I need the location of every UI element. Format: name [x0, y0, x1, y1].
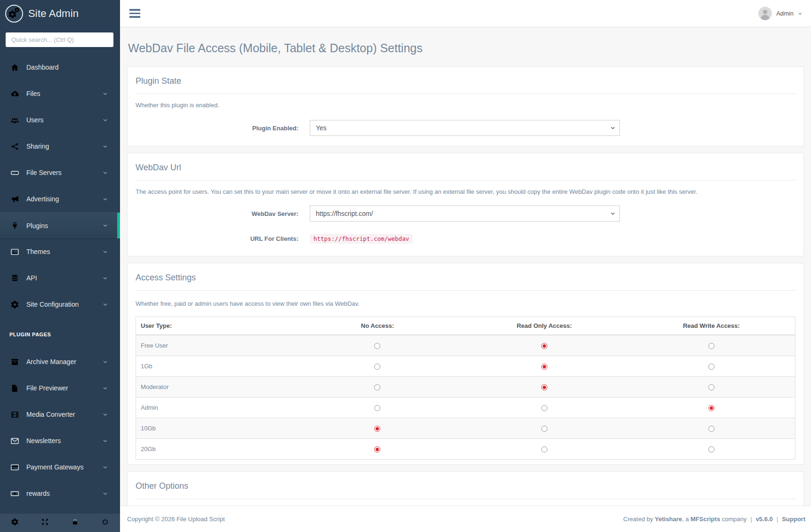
sidebar-item-label: Themes: [26, 248, 50, 255]
chevron-down-icon: [103, 438, 108, 444]
gear-icon: [11, 518, 19, 528]
radio-read-write[interactable]: [708, 364, 715, 370]
user-name-label: Admin: [776, 10, 794, 17]
sidebar-item-file-servers[interactable]: File Servers: [0, 159, 120, 186]
radio-no-access[interactable]: [374, 364, 380, 370]
mfscripts-brand: MFScripts: [691, 516, 720, 523]
plug-icon: [9, 221, 21, 230]
radio-read-write[interactable]: [708, 426, 715, 432]
radio-read-only[interactable]: [541, 384, 547, 390]
archive-icon: [9, 357, 21, 366]
access-table-body: Free User1GbModeratorAdmin10Gb20Gb: [136, 335, 795, 460]
sidebar-plugin-menu: Archive ManagerFile PreviewerMedia Conve…: [0, 349, 120, 507]
table-row: 1Gb: [136, 356, 795, 377]
top-navbar: Admin: [120, 0, 811, 27]
radio-no-access[interactable]: [374, 426, 380, 432]
gears-logo-icon: [5, 5, 23, 23]
radio-read-write[interactable]: [708, 446, 715, 453]
plugin-pages-section-label: PLUGIN PAGES: [0, 318, 120, 349]
table-row: Free User: [136, 335, 795, 356]
chevron-down-icon: [103, 91, 108, 96]
credit-card-icon: [9, 463, 21, 472]
chevron-down-icon: [103, 197, 108, 202]
menu-toggle-button[interactable]: [128, 6, 142, 21]
radio-read-only[interactable]: [541, 343, 547, 349]
brand-title: Site Admin: [28, 8, 79, 20]
radio-no-access[interactable]: [374, 343, 380, 349]
fullscreen-button[interactable]: [30, 514, 60, 532]
support-link[interactable]: Support: [782, 516, 805, 523]
sidebar-item-sharing[interactable]: Sharing: [0, 133, 120, 159]
radio-no-access[interactable]: [374, 446, 380, 453]
gear-icon: [9, 300, 21, 309]
sidebar-item-payment-gateways[interactable]: Payment Gateways: [0, 454, 120, 480]
yetishare-brand: Yetishare: [655, 516, 682, 523]
lock-button[interactable]: [60, 514, 90, 532]
radio-read-only[interactable]: [541, 405, 547, 411]
hamburger-icon: [129, 9, 140, 11]
sidebar-item-rewards[interactable]: rewards: [0, 480, 120, 507]
settings-button[interactable]: [0, 514, 30, 532]
sidebar-item-archive-manager[interactable]: Archive Manager: [0, 349, 120, 375]
sidebar-item-label: Site Configuration: [26, 301, 79, 308]
table-row: Admin: [136, 397, 795, 418]
radio-read-only[interactable]: [541, 426, 547, 432]
radio-read-write[interactable]: [708, 384, 715, 390]
sidebar-item-plugins[interactable]: Plugins: [0, 212, 120, 238]
cloud-upload-icon: [9, 89, 21, 98]
user-type-cell: Moderator: [136, 377, 294, 397]
sidebar-item-users[interactable]: Users: [0, 107, 120, 133]
chevron-down-icon: [103, 170, 108, 175]
access-table-header: User Type:: [136, 317, 294, 335]
content: WebDav File Access (Mobile, Tablet & Des…: [120, 27, 811, 532]
radio-read-write[interactable]: [708, 343, 715, 349]
other-options-title: Other Options: [136, 481, 795, 499]
access-settings-title: Access Settings: [136, 273, 795, 291]
sidebar-item-file-previewer[interactable]: File Previewer: [0, 375, 120, 401]
chevron-down-icon: [103, 118, 108, 123]
sidebar-item-label: Payment Gateways: [26, 463, 83, 471]
sidebar-item-site-configuration[interactable]: Site Configuration: [0, 291, 120, 318]
page-title: WebDav File Access (Mobile, Tablet & Des…: [128, 41, 804, 55]
sidebar-item-label: Dashboard: [26, 64, 59, 71]
sidebar-item-label: File Previewer: [26, 384, 68, 392]
user-type-cell: 10Gb: [136, 418, 294, 439]
sidebar-item-api[interactable]: API: [0, 265, 120, 291]
plugin-state-description: Whether this plugin is enabled.: [136, 102, 795, 109]
plugin-state-title: Plugin State: [136, 76, 795, 94]
copyright-text: Copyright © 2026 File Upload Script: [127, 516, 225, 523]
sidebar-item-media-converter[interactable]: Media Converter: [0, 401, 120, 428]
sidebar-item-newsletters[interactable]: Newsletters: [0, 428, 120, 454]
logout-button[interactable]: [90, 514, 120, 532]
radio-no-access[interactable]: [374, 405, 380, 411]
plugin-enabled-select[interactable]: Yes: [310, 120, 620, 136]
user-type-cell: Free User: [136, 335, 294, 356]
sidebar-item-files[interactable]: Files: [0, 80, 120, 107]
hdd-icon: [9, 168, 21, 177]
sidebar-item-label: File Servers: [26, 169, 62, 176]
access-table-header: No Access:: [294, 317, 461, 335]
access-table: User Type:No Access:Read Only Access:Rea…: [136, 317, 795, 460]
chevron-down-icon: [103, 412, 108, 417]
main-area: Admin WebDav File Access (Mobile, Tablet…: [120, 0, 811, 532]
sidebar-item-themes[interactable]: Themes: [0, 238, 120, 265]
access-table-header: Read Write Access:: [628, 317, 795, 335]
radio-no-access[interactable]: [374, 384, 380, 390]
app-root: Site Admin DashboardFilesUsersSharingFil…: [0, 0, 811, 532]
sidebar-item-label: Users: [26, 116, 44, 124]
page-footer: Copyright © 2026 File Upload Script Crea…: [120, 506, 811, 532]
radio-read-write[interactable]: [708, 405, 715, 411]
table-row: Moderator: [136, 377, 795, 397]
search-input[interactable]: [6, 32, 113, 47]
brand-logo[interactable]: Site Admin: [0, 0, 120, 27]
radio-read-only[interactable]: [541, 364, 547, 370]
radio-read-only[interactable]: [541, 446, 547, 453]
sidebar-item-label: Files: [26, 90, 40, 97]
user-menu[interactable]: Admin: [758, 7, 803, 20]
sidebar-item-dashboard[interactable]: Dashboard: [0, 54, 120, 80]
access-settings-panel: Access Settings Whether free, paid or ad…: [127, 263, 804, 465]
user-type-cell: 1Gb: [136, 356, 294, 377]
chevron-down-icon: [103, 386, 108, 391]
webdav-server-select[interactable]: https://fhscript.com/: [310, 206, 620, 222]
sidebar-item-advertising[interactable]: Advertising: [0, 186, 120, 212]
